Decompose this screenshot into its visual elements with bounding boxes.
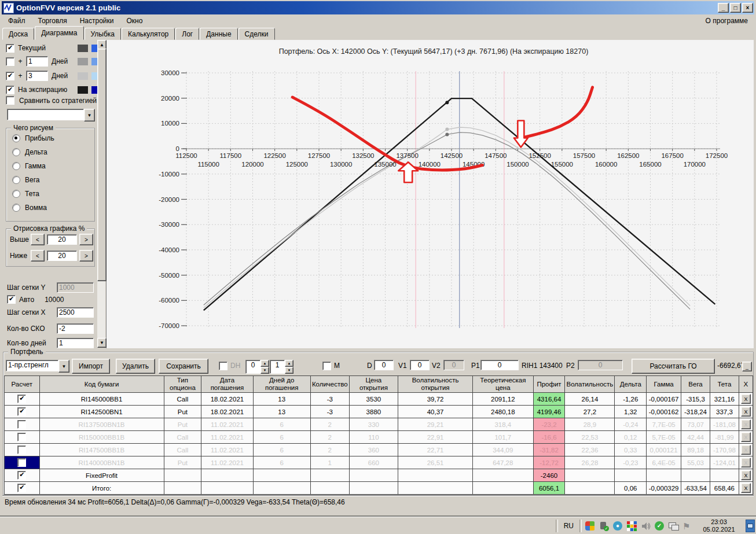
panel-scrollbar[interactable]: ▲ ▼: [97, 40, 105, 348]
close-button[interactable]: ×: [742, 3, 753, 13]
days-input[interactable]: 1: [26, 56, 48, 67]
curve-visibility-checkbox[interactable]: [6, 86, 14, 94]
tab-сделки[interactable]: Сделки: [238, 28, 275, 40]
windows-update-icon[interactable]: [585, 521, 595, 531]
remove-row-button[interactable]: X: [741, 432, 751, 442]
radio-option-вега[interactable]: Вега: [12, 176, 94, 184]
radio-icon[interactable]: [12, 190, 20, 198]
minimize-button[interactable]: _: [718, 3, 729, 13]
m-checkbox[interactable]: [322, 362, 331, 370]
row-calc-checkbox[interactable]: [17, 407, 26, 416]
table-row[interactable]: RI147500BB1BCall11.02.20216236022,71344,…: [5, 444, 753, 456]
dh-spinner-2[interactable]: 1 ▲▼: [270, 360, 293, 374]
scrollbar-thumb[interactable]: [97, 49, 107, 281]
curve-visibility-checkbox[interactable]: [6, 44, 14, 53]
spin-up-icon[interactable]: ▲: [260, 360, 269, 367]
rubiks-cube-icon[interactable]: [627, 521, 637, 531]
row-calc-checkbox[interactable]: [17, 395, 26, 403]
strategy-select[interactable]: 1-пр.стренгл ▼: [6, 360, 69, 371]
tab-доска[interactable]: Доска: [2, 28, 34, 40]
increase-button[interactable]: >: [79, 234, 93, 245]
spin-down-icon[interactable]: ▼: [260, 367, 269, 374]
menu-item-торговля[interactable]: Торговля: [32, 16, 74, 26]
spin-up-icon[interactable]: ▲: [285, 360, 293, 367]
percent-field[interactable]: 20: [47, 251, 77, 261]
column-header[interactable]: Тета: [710, 376, 739, 393]
import-button[interactable]: Импорт: [72, 359, 110, 374]
column-header[interactable]: Вега: [681, 376, 710, 393]
d-field[interactable]: 0: [374, 360, 394, 370]
table-row[interactable]: RI137500BN1BPut11.02.20216233029,21318,4…: [5, 418, 753, 431]
radio-icon[interactable]: [12, 134, 20, 142]
row-calc-checkbox[interactable]: [17, 471, 26, 480]
tab-улыбка[interactable]: Улыбка: [85, 28, 122, 40]
scroll-down-icon[interactable]: ▼: [97, 338, 107, 348]
chevron-down-icon[interactable]: ▼: [84, 109, 95, 121]
grid-setting-field[interactable]: -2: [57, 323, 94, 334]
table-row[interactable]: RI150000BB1BCall11.02.20216211022,91101,…: [5, 431, 753, 444]
column-header[interactable]: Код бумаги: [39, 376, 164, 393]
increase-button[interactable]: >: [79, 250, 93, 262]
table-row[interactable]: RI142500BN1Put18.02.202113-3388040,37248…: [5, 406, 753, 418]
menu-item-настройки[interactable]: Настройки: [74, 16, 120, 26]
usb-safely-remove-icon[interactable]: ✓: [599, 521, 609, 531]
flag-icon[interactable]: ⚑: [682, 521, 692, 531]
p1-field[interactable]: 0: [480, 360, 519, 370]
curve-visibility-checkbox[interactable]: [6, 72, 14, 80]
table-row[interactable]: Итого:6056,10,06-0,000329-633,54658,46X: [5, 482, 753, 495]
auto-grid-checkbox[interactable]: [7, 295, 16, 304]
column-header[interactable]: Дата погашения: [201, 376, 253, 393]
row-calc-checkbox[interactable]: [17, 484, 26, 492]
column-header[interactable]: Дней до погашения: [253, 376, 310, 393]
remove-row-button[interactable]: X: [741, 445, 751, 455]
decrease-button[interactable]: <: [31, 250, 45, 262]
v1-field[interactable]: 0: [410, 360, 430, 370]
radio-option-гамма[interactable]: Гамма: [12, 162, 94, 170]
grid-setting-field[interactable]: 1: [57, 338, 94, 348]
maximize-button[interactable]: □: [730, 3, 741, 13]
row-calc-checkbox[interactable]: [17, 433, 26, 441]
column-header[interactable]: Теоретическая цена: [473, 376, 534, 393]
tab-данные[interactable]: Данные: [200, 28, 237, 40]
speaker-icon[interactable]: [641, 521, 651, 531]
tab-диаграмма[interactable]: Диаграмма: [35, 26, 83, 40]
column-header[interactable]: Волатильность открытия: [398, 376, 473, 393]
tab-калькулятор[interactable]: Калькулятор: [122, 28, 175, 40]
column-header[interactable]: Количество: [310, 376, 349, 393]
remove-row-button[interactable]: X: [741, 419, 751, 429]
tab-лог[interactable]: Лог: [175, 28, 199, 40]
remove-row-button[interactable]: X: [741, 394, 751, 404]
radio-option-дельта[interactable]: Дельта: [12, 148, 94, 156]
column-header[interactable]: Дельта: [615, 376, 647, 393]
row-calc-checkbox[interactable]: [17, 445, 26, 454]
chevron-down-icon[interactable]: ▼: [58, 360, 69, 373]
curve-color1-swatch[interactable]: [78, 72, 88, 80]
menu-item-файл[interactable]: Файл: [2, 16, 32, 26]
column-header[interactable]: Гамма: [647, 376, 681, 393]
column-header[interactable]: Профит: [533, 376, 565, 393]
grid-setting-field[interactable]: 2500: [57, 307, 94, 318]
radio-option-вомма[interactable]: Вомма: [12, 204, 94, 212]
title-bar[interactable]: OptionFVV версия 2.1 public _ □ ×: [2, 1, 754, 14]
curve-color1-swatch[interactable]: [78, 86, 88, 94]
menu-item-about[interactable]: О программе: [699, 16, 754, 26]
table-row[interactable]: FixedProfit-2460X: [5, 469, 753, 482]
dh-spinner-1[interactable]: 0 ▲▼: [245, 360, 269, 374]
column-header[interactable]: Расчет: [5, 376, 40, 393]
column-header[interactable]: Волатильность: [565, 376, 615, 393]
tray-clock[interactable]: 23:03 05.02.2021: [696, 518, 742, 533]
days-input[interactable]: 3: [26, 71, 48, 81]
save-button[interactable]: Сохранить: [159, 359, 208, 374]
column-header[interactable]: Тип опциона: [164, 376, 201, 393]
taskbar[interactable]: RU ✓●✓⚑ 23:03 05.02.2021: [0, 517, 756, 534]
panel-minimize-button[interactable]: _: [742, 362, 752, 371]
table-row[interactable]: RI145000BB1Call18.02.202113-3353039,7220…: [5, 393, 753, 406]
compare-strategy-checkbox[interactable]: [6, 96, 14, 105]
chart-plot[interactable]: 3000020000100000-10000-20000-30000-40000…: [107, 40, 754, 348]
radio-icon[interactable]: [12, 204, 20, 212]
column-header[interactable]: Цена открытия: [349, 376, 398, 393]
calc-margin-button[interactable]: Рассчитать ГО: [632, 359, 715, 374]
antivirus-ok-icon[interactable]: ✓: [655, 521, 665, 531]
remove-row-button[interactable]: X: [741, 407, 751, 417]
remove-row-button[interactable]: X: [741, 483, 751, 493]
